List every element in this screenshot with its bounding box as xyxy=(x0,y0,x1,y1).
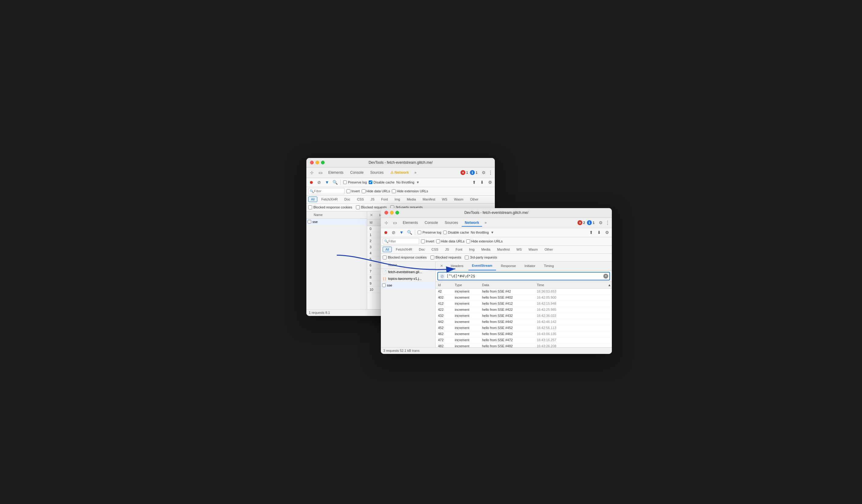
preserve-log-label-2[interactable]: Preserve log xyxy=(418,230,441,234)
type-doc-2[interactable]: Doc xyxy=(416,247,428,252)
stop-icon-2[interactable]: ⏺ xyxy=(383,229,389,236)
tab-network-2[interactable]: Network xyxy=(462,219,482,226)
type-ws-2[interactable]: WS xyxy=(514,247,525,252)
hide-ext-label-2[interactable]: Hide extension URLs xyxy=(466,239,502,243)
maximize-button-1[interactable] xyxy=(321,161,325,164)
settings-icon-tb-2[interactable]: ⚙ xyxy=(604,229,610,236)
tab-elements-1[interactable]: Elements xyxy=(325,169,347,176)
settings-icon-1[interactable]: ⚙ xyxy=(481,170,487,175)
preserve-log-checkbox-1[interactable] xyxy=(343,181,347,184)
invert-label-2[interactable]: Invert xyxy=(421,239,434,243)
search-icon-1[interactable]: 🔍 xyxy=(332,179,338,185)
cursor-icon[interactable]: ⊹ xyxy=(308,169,315,176)
disable-cache-label-2[interactable]: Disable cache xyxy=(443,230,469,234)
filter-icon-1[interactable]: ▼ xyxy=(324,179,330,185)
sse-row-2[interactable]: 482 increment hello from SSE #482 16:43:… xyxy=(435,343,612,347)
search-icon-2[interactable]: 🔍 xyxy=(406,229,413,236)
panel-tab-headers-2[interactable]: Headers xyxy=(447,262,467,270)
hide-data-label-1[interactable]: Hide data URLs xyxy=(362,189,390,193)
close-button-1[interactable] xyxy=(310,161,314,164)
device-icon[interactable]: ▭ xyxy=(317,169,324,176)
tab-elements-2[interactable]: Elements xyxy=(400,219,421,226)
tab-console-1[interactable]: Console xyxy=(347,169,367,176)
upload-icon-2[interactable]: ⬆ xyxy=(588,229,594,236)
more-options-icon-1[interactable]: ⋮ xyxy=(487,170,493,176)
download-icon-2[interactable]: ⬇ xyxy=(596,229,602,236)
hide-ext-checkbox-2[interactable] xyxy=(466,239,470,243)
network-entry-xhr[interactable]: { } topics-taxonomy-v1.j... xyxy=(381,276,435,282)
tab-sources-1[interactable]: Sources xyxy=(367,169,387,176)
sse-checkbox-2[interactable] xyxy=(382,283,386,287)
type-all-2[interactable]: All xyxy=(383,247,392,252)
tab-network-1[interactable]: ⚠ Network xyxy=(387,169,412,176)
type-media-1[interactable]: Media xyxy=(404,197,419,202)
invert-checkbox-1[interactable] xyxy=(347,189,351,193)
type-fetchxhr-1[interactable]: Fetch/XHR xyxy=(318,197,340,202)
panel-close-2[interactable]: ✕ xyxy=(439,263,444,268)
hide-data-label-2[interactable]: Hide data URLs xyxy=(436,239,465,243)
regex-icon[interactable]: ⊘ xyxy=(439,273,445,279)
device-icon-2[interactable]: ▭ xyxy=(391,219,399,226)
more-tabs-1[interactable]: » xyxy=(413,170,418,175)
type-wasm-1[interactable]: Wasm xyxy=(452,197,466,202)
blocked-cookies-1[interactable]: Blocked response cookies xyxy=(308,205,352,209)
close-button-2[interactable] xyxy=(384,211,388,214)
maximize-button-2[interactable] xyxy=(395,211,399,214)
blocked-requests-2[interactable]: Blocked requests xyxy=(430,255,461,260)
stop-icon-1[interactable]: ⏺ xyxy=(308,179,314,185)
regex-filter-input[interactable] xyxy=(446,274,602,278)
type-manifest-1[interactable]: Manifest xyxy=(420,197,438,202)
type-img-1[interactable]: Img xyxy=(392,197,403,202)
sse-row-2[interactable]: 442 increment hello from SSE #442 16:42:… xyxy=(435,319,612,325)
sse-row-2[interactable]: 452 increment hello from SSE #452 16:42:… xyxy=(435,325,612,331)
disable-cache-label-1[interactable]: Disable cache xyxy=(369,181,394,184)
panel-tab-eventstream-2[interactable]: EventStream xyxy=(468,262,496,270)
sse-checkbox-1[interactable] xyxy=(308,220,311,224)
type-other-1[interactable]: Other xyxy=(467,197,481,202)
type-manifest-2[interactable]: Manifest xyxy=(494,247,512,252)
throttle-arrow-1[interactable]: ▼ xyxy=(416,181,419,184)
type-media-2[interactable]: Media xyxy=(479,247,493,252)
panel-tab-response-2[interactable]: Response xyxy=(497,262,520,270)
type-css-2[interactable]: CSS xyxy=(429,247,441,252)
blocked-cookies-2[interactable]: Blocked response cookies xyxy=(383,255,427,260)
type-img-2[interactable]: Img xyxy=(466,247,477,252)
hide-ext-checkbox-1[interactable] xyxy=(392,189,396,193)
type-font-1[interactable]: Font xyxy=(378,197,391,202)
throttle-arrow-2[interactable]: ▼ xyxy=(491,230,494,234)
type-js-2[interactable]: JS xyxy=(442,247,452,252)
sse-row-2[interactable]: 412 increment hello from SSE #412 16:42:… xyxy=(435,301,612,307)
more-options-icon-2[interactable]: ⋮ xyxy=(604,220,610,226)
throttle-select-2[interactable]: No throttling xyxy=(471,230,489,234)
type-font-2[interactable]: Font xyxy=(453,247,465,252)
type-wasm-2[interactable]: Wasm xyxy=(526,247,541,252)
invert-label-1[interactable]: Invert xyxy=(347,189,360,193)
panel-tab-initiator-2[interactable]: Initiator xyxy=(521,262,539,270)
type-css-1[interactable]: CSS xyxy=(354,197,367,202)
type-doc-1[interactable]: Doc xyxy=(342,197,353,202)
blocked-3rd-party-2[interactable]: 3rd-party requests xyxy=(465,255,497,260)
invert-checkbox-2[interactable] xyxy=(421,239,425,243)
type-all-1[interactable]: All xyxy=(308,197,317,202)
hide-ext-label-1[interactable]: Hide extension URLs xyxy=(392,189,428,193)
settings-icon-tb-1[interactable]: ⚙ xyxy=(487,179,493,185)
sort-icon[interactable]: ▲ xyxy=(607,282,612,288)
type-ws-1[interactable]: WS xyxy=(439,197,450,202)
disable-cache-checkbox-1[interactable] xyxy=(369,181,373,184)
download-icon-1[interactable]: ⬇ xyxy=(479,179,485,185)
disable-cache-checkbox-2[interactable] xyxy=(443,230,447,234)
throttle-select-1[interactable]: No throttling xyxy=(396,181,414,184)
regex-clear-button[interactable]: ✕ xyxy=(603,274,608,279)
preserve-log-checkbox-2[interactable] xyxy=(418,230,421,234)
sse-row-2[interactable]: 42 increment hello from SSE #42 16:36:03… xyxy=(435,289,612,295)
sse-entry-1[interactable]: sse xyxy=(306,219,367,225)
network-entry-doc[interactable]: 📄 fetch-eventstream.gli... xyxy=(381,269,435,276)
sse-row-2[interactable]: 432 increment hello from SSE #432 16:42:… xyxy=(435,313,612,319)
tab-console-2[interactable]: Console xyxy=(421,219,441,226)
network-entry-sse[interactable]: sse xyxy=(381,282,435,289)
panel-tab-timing-2[interactable]: Timing xyxy=(540,262,558,270)
type-js-1[interactable]: JS xyxy=(368,197,377,202)
clear-icon-1[interactable]: ⊘ xyxy=(316,179,322,185)
preserve-log-label-1[interactable]: Preserve log xyxy=(343,181,367,184)
minimize-button-2[interactable] xyxy=(390,211,394,214)
